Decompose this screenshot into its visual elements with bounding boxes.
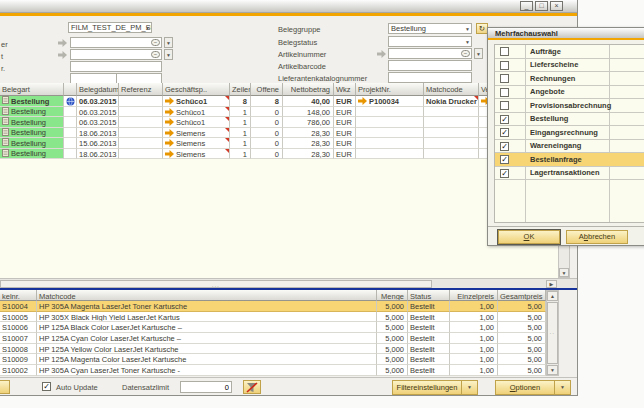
list-item[interactable]: ✓Wareneingang (495, 140, 644, 154)
table-row[interactable]: Bestellung 15.06.2013 Siemens 1 0 28,30 … (0, 138, 558, 149)
matchcode-cell[interactable]: HP 305A Magenta LaserJet Toner Kartusche (37, 301, 377, 312)
einzelpreis-cell[interactable]: 1,00 (450, 312, 498, 323)
link-arrow-icon[interactable] (358, 97, 367, 107)
matchcode-cell[interactable] (424, 128, 479, 139)
nettobetrag-cell[interactable]: 148,00 (283, 107, 334, 118)
offene-cell[interactable]: 0 (251, 138, 283, 149)
column-header[interactable]: Belegdatum (77, 83, 119, 96)
nettobetrag-cell[interactable]: 786,00 (283, 117, 334, 128)
dropdown-button[interactable]: ▼ (164, 49, 173, 60)
column-header[interactable]: ProjektNr. (356, 83, 424, 96)
einzelpreis-cell[interactable]: 1,00 (450, 301, 498, 312)
scroll-right-icon[interactable]: ▶ (546, 280, 557, 288)
matchcode-cell[interactable]: Nokia Drucker Servic (424, 96, 479, 107)
nettobetrag-cell[interactable]: 40,00 (283, 96, 334, 107)
nettobetrag-cell[interactable]: 28,30 (283, 128, 334, 139)
projektnr-cell[interactable] (356, 117, 424, 128)
table-row[interactable]: S10005 HP 305X Black High Yield LaserJet… (0, 312, 546, 323)
matchcode-cell[interactable] (424, 138, 479, 149)
belegart-cell[interactable]: Bestellung (0, 149, 64, 160)
column-header[interactable]: kelnr. (0, 290, 37, 301)
column-header[interactable]: Status (408, 290, 450, 301)
geschaeftspartner-cell[interactable]: Siemens (163, 138, 230, 149)
scrollbar-thumb[interactable]: ∙∙∙ (0, 280, 432, 288)
belegdatum-cell[interactable]: 06.03.2015 (77, 96, 119, 107)
menge-cell[interactable]: 5,000 (377, 333, 408, 344)
offene-cell[interactable]: 0 (251, 128, 283, 139)
column-header[interactable]: Zeilen (230, 83, 251, 96)
project-input[interactable]: − (70, 49, 162, 60)
chevron-down-icon[interactable]: ▼ (554, 381, 570, 394)
cancel-button[interactable]: Abbrechen (566, 230, 628, 244)
activity-cell[interactable] (64, 128, 77, 139)
gesamtpreis-cell[interactable]: 5,00 (498, 312, 546, 323)
menge-cell[interactable]: 5,000 (377, 365, 408, 376)
wkz-cell[interactable]: EUR (334, 107, 356, 118)
einzelpreis-cell[interactable]: 1,00 (450, 365, 498, 376)
belegart-cell[interactable]: Bestellung (0, 128, 64, 139)
zeilen-cell[interactable]: 1 (230, 128, 251, 139)
projektnr-cell[interactable] (356, 128, 424, 139)
belegdatum-cell[interactable]: 06.03.2015 (77, 107, 119, 118)
column-header[interactable]: Referenz (119, 83, 163, 96)
checkbox[interactable]: ✓ (500, 115, 509, 124)
dialog-titlebar[interactable]: Mehrfachauswahl (488, 28, 644, 40)
geschaeftspartner-cell[interactable]: Schüco1 (163, 117, 230, 128)
menge-cell[interactable]: 5,000 (377, 322, 408, 333)
table-row[interactable]: S10004 HP 305A Magenta LaserJet Toner Ka… (0, 301, 546, 312)
link-arrow-icon[interactable] (165, 97, 174, 107)
choose-from-list-icon[interactable]: − (151, 51, 160, 58)
activity-cell[interactable] (64, 149, 77, 160)
dropdown-button[interactable]: ▼ (474, 48, 483, 59)
itemno-cell[interactable]: S10007 (0, 333, 37, 344)
offene-cell[interactable]: 8 (251, 96, 283, 107)
artikelnummer-input[interactable]: − (388, 48, 472, 59)
belegdatum-cell[interactable]: 06.03.2015 (77, 117, 119, 128)
menge-cell[interactable]: 5,000 (377, 312, 408, 323)
lieferantenkatalog-input[interactable] (388, 72, 472, 83)
zeilen-cell[interactable]: 1 (230, 107, 251, 118)
list-item[interactable]: ✓Lagertransaktionen (495, 167, 644, 181)
referenz-cell[interactable] (119, 107, 163, 118)
checkbox[interactable] (500, 88, 509, 97)
itemno-cell[interactable]: S10008 (0, 344, 37, 355)
number-input[interactable] (70, 61, 162, 72)
table-row[interactable]: Bestellung 18.06.2013 Siemens 1 0 28,30 … (0, 149, 558, 160)
table-row[interactable]: S10009 HP 125A Magenta Color LaserJet Ka… (0, 354, 546, 365)
gesamtpreis-cell[interactable]: 5,00 (498, 322, 546, 333)
einzelpreis-cell[interactable]: 1,00 (450, 333, 498, 344)
geschaeftspartner-cell[interactable]: Siemens (163, 128, 230, 139)
offene-cell[interactable]: 0 (251, 107, 283, 118)
list-item[interactable]: Lieferscheine (495, 59, 644, 73)
filter-settings-button[interactable]: Filtereinstellungen ▼ (392, 380, 478, 395)
wkz-cell[interactable]: EUR (334, 128, 356, 139)
geschaeftspartner-cell[interactable]: Siemens (163, 149, 230, 160)
datensatzlimit-input[interactable] (180, 381, 232, 393)
status-cell[interactable]: Bestellt (408, 333, 450, 344)
gesamtpreis-cell[interactable]: 5,00 (498, 301, 546, 312)
belegdatum-cell[interactable]: 18.06.2013 (77, 128, 119, 139)
checkbox[interactable]: ✓ (500, 128, 509, 137)
table-row[interactable]: S10008 HP 125A Yellow Color LaserJet Kar… (0, 344, 546, 355)
belegstatus-combo[interactable]: ▼ (388, 36, 472, 47)
projektnr-cell[interactable]: P100034 (356, 96, 424, 107)
checkbox[interactable] (500, 61, 509, 70)
menge-cell[interactable]: 5,000 (377, 354, 408, 365)
einzelpreis-cell[interactable]: 1,00 (450, 354, 498, 365)
column-header[interactable]: Offene (251, 83, 283, 96)
activity-cell[interactable] (64, 107, 77, 118)
list-item[interactable]: Provisionsabrechnung (495, 99, 644, 113)
itemno-cell[interactable]: S10006 (0, 322, 37, 333)
belegdatum-cell[interactable]: 15.06.2013 (77, 138, 119, 149)
scroll-down-icon[interactable]: ▼ (547, 365, 558, 375)
status-cell[interactable]: Bestellt (408, 322, 450, 333)
belegart-cell[interactable]: Bestellung (0, 107, 64, 118)
projektnr-cell[interactable] (356, 149, 424, 160)
nettobetrag-cell[interactable]: 28,30 (283, 149, 334, 160)
belegdatum-cell[interactable]: 18.06.2013 (77, 149, 119, 160)
checkbox[interactable]: ✓ (500, 142, 509, 151)
column-header[interactable]: Nettobetrag (283, 83, 334, 96)
projektnr-cell[interactable] (356, 138, 424, 149)
column-header[interactable]: Geschäftsp.. (163, 83, 230, 96)
table-row[interactable]: Bestellung 18.06.2013 Siemens 1 0 28,30 … (0, 128, 558, 139)
